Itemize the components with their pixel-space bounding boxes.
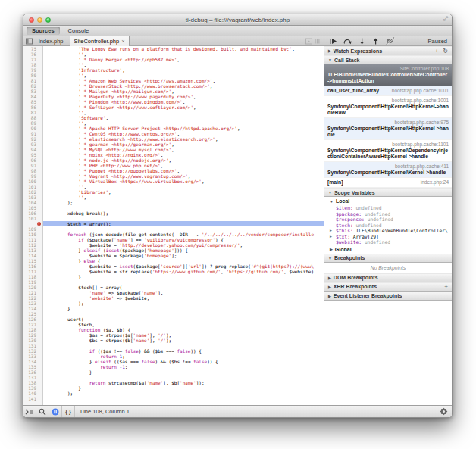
line-number[interactable]: 102 — [23, 189, 43, 195]
code-line[interactable]: 107 — [23, 216, 324, 221]
code-line[interactable]: 93 ' * gearman <http://gearman.org/>', — [23, 142, 324, 147]
line-number[interactable]: 113 — [23, 248, 43, 253]
file-tab-index-php[interactable]: index.php — [35, 36, 67, 46]
line-number[interactable]: 81 — [23, 78, 43, 83]
close-window-button[interactable] — [29, 17, 34, 23]
line-number[interactable]: 90 — [23, 126, 43, 131]
line-number[interactable]: 132 — [23, 348, 43, 354]
line-number[interactable]: 126 — [23, 316, 43, 322]
line-number[interactable]: 135 — [23, 364, 43, 369]
line-number[interactable]: 87 — [23, 110, 43, 115]
code-line[interactable]: 81 ' * Amazon Web Services <http://aws.a… — [23, 78, 324, 83]
line-number[interactable]: 76 — [23, 51, 43, 57]
code-line[interactable]: 98 ' * Puppet <http://puppetlabs.com/>', — [23, 168, 324, 173]
window-titlebar[interactable]: ti-debug – file:///vagrant/web/index.php… — [23, 14, 452, 26]
line-number[interactable]: 129 — [23, 332, 43, 338]
code-line[interactable]: 127 $tech, — [23, 322, 324, 327]
dom-breakpoints-header[interactable]: ▶ DOM Breakpoints — [324, 273, 452, 282]
scope-group-global[interactable]: ▶ Global — [324, 245, 452, 254]
line-number[interactable]: 122 — [23, 295, 43, 301]
code-line[interactable]: 83 ' * Mailgun <http://mailgun.com/>', — [23, 89, 324, 94]
code-line[interactable]: 84 ' * PagerDuty <http://www.pagerduty.c… — [23, 94, 324, 99]
line-number[interactable]: 91 — [23, 131, 43, 136]
event-listener-breakpoints-header[interactable]: ▶ Event Listener Breakpoints — [324, 292, 452, 301]
code-line[interactable]: 94 ' * MySQL <http://www.mysql.com/>', — [23, 147, 324, 152]
file-tab-sitecontroller-php[interactable]: SiteController.php × — [70, 36, 130, 46]
show-navigator-icon[interactable] — [26, 38, 33, 45]
settings-gear-icon[interactable] — [440, 407, 448, 416]
line-number[interactable]: 118 — [23, 274, 43, 279]
code-line[interactable]: 86 ' * SoftLayer <http://www.softlayer.c… — [23, 104, 324, 110]
code-line[interactable]: 106 xdebug_break(); — [23, 210, 324, 216]
code-line[interactable]: 110 foreach (json_decode(file_get_conten… — [23, 232, 324, 237]
code-line[interactable]: 102 'Libraries', — [23, 189, 324, 195]
call-stack-frame[interactable]: call_user_func_arraybootstrap.php.cache:… — [324, 86, 452, 96]
line-number[interactable]: 119 — [23, 279, 43, 285]
line-number[interactable]: 128 — [23, 327, 43, 332]
line-number[interactable]: 141 — [23, 396, 43, 401]
pretty-print-button[interactable]: { } — [62, 406, 75, 417]
code-editor[interactable]: 75 'The Loopy Ewe runs on a platform tha… — [23, 46, 324, 405]
line-number[interactable]: 125 — [23, 311, 43, 316]
code-line[interactable]: 109 — [23, 226, 324, 232]
refresh-watch-icon[interactable]: ↻ — [443, 48, 448, 55]
line-number[interactable]: 131 — [23, 343, 43, 348]
line-number[interactable]: 98 — [23, 168, 43, 173]
code-line[interactable]: 137 — [23, 375, 324, 380]
code-line[interactable]: 130 $bs = strpos($b['name'], '/'); — [23, 338, 324, 343]
call-stack-frame[interactable]: [main]index.php:24 — [324, 178, 452, 188]
call-stack-frame[interactable]: SiteController.php:108TLE\Bundle\WebBund… — [324, 64, 452, 86]
line-number[interactable]: 140 — [23, 391, 43, 396]
code-line[interactable]: 121 'name' => $package['name'], — [23, 290, 324, 295]
pause-on-exceptions-button[interactable] — [49, 406, 62, 417]
line-number[interactable]: 86 — [23, 104, 43, 110]
scope-variable[interactable]: ▶$this: TLE\Bundle\WebBundle\Controller\ — [324, 228, 452, 234]
line-number[interactable]: 130 — [23, 338, 43, 343]
line-number[interactable]: 84 — [23, 94, 43, 99]
toggle-console-button[interactable] — [23, 406, 36, 417]
line-number[interactable]: 79 — [23, 67, 43, 73]
code-line[interactable]: 117 $website = str_replace('https://www.… — [23, 269, 324, 274]
call-stack-frame[interactable]: bootstrap.php.cache:411Symfony\Component… — [324, 162, 452, 178]
search-icon[interactable] — [36, 406, 49, 417]
resize-window-icon[interactable]: ⤢ — [443, 15, 448, 23]
scope-variable[interactable]: ▶$txt: Array[29] — [324, 234, 452, 240]
line-number[interactable]: 110 — [23, 232, 43, 237]
call-stack-frame[interactable]: bootstrap.php.cache:1001Symfony\Componen… — [324, 96, 452, 118]
line-number[interactable]: 85 — [23, 99, 43, 104]
line-number[interactable]: 77 — [23, 57, 43, 62]
scope-variables-header[interactable]: ▼ Scope Variables — [324, 188, 452, 197]
line-number[interactable]: 99 — [23, 173, 43, 179]
code-line[interactable]: 87 '', — [23, 110, 324, 115]
code-line[interactable]: 133 return 1; — [23, 354, 324, 359]
code-line[interactable]: 90 ' * Apache HTTP Server Project <http:… — [23, 126, 324, 131]
line-number[interactable]: 117 — [23, 269, 43, 274]
xhr-breakpoints-header[interactable]: ▶ XHR Breakpoints + — [324, 282, 452, 292]
code-line[interactable]: 128 function ($a, $b) { — [23, 327, 324, 332]
line-number[interactable]: 109 — [23, 226, 43, 232]
code-line[interactable]: 95 ' * nginx <http://nginx.org/>', — [23, 152, 324, 157]
line-number[interactable]: 101 — [23, 184, 43, 189]
code-line[interactable]: 119 — [23, 279, 324, 285]
watch-expressions-header[interactable]: ▶ Watch Expressions + ↻ — [324, 46, 452, 55]
line-number[interactable]: 121 — [23, 290, 43, 295]
line-number[interactable]: 89 — [23, 120, 43, 126]
call-stack-header[interactable]: ▼ Call Stack — [324, 55, 452, 64]
call-stack-frame[interactable]: bootstrap.php.cache:975Symfony\Component… — [324, 118, 452, 140]
line-number[interactable]: 107 — [23, 216, 43, 221]
code-line[interactable]: 131 — [23, 343, 324, 348]
code-line[interactable]: 126 usort( — [23, 316, 324, 322]
line-number[interactable]: 120 — [23, 285, 43, 290]
code-line[interactable]: 138 return strcasecmp($a['name'], $b['na… — [23, 380, 324, 385]
code-line[interactable]: 122 'website' => $website, — [23, 295, 324, 301]
code-line[interactable]: 99 ' * Vagrant <http://www.vagrantup.com… — [23, 173, 324, 179]
breakpoint-icon[interactable] — [37, 222, 41, 226]
line-number[interactable]: 78 — [23, 62, 43, 67]
line-number[interactable]: 115 — [23, 258, 43, 263]
code-line[interactable]: 101 '', — [23, 184, 324, 189]
line-number[interactable]: 94 — [23, 147, 43, 152]
line-number[interactable]: 88 — [23, 115, 43, 120]
code-line[interactable]: 103 '', — [23, 195, 324, 200]
code-line[interactable]: 139 } — [23, 385, 324, 391]
chevron-right-icon[interactable]: ▶ — [330, 234, 332, 240]
